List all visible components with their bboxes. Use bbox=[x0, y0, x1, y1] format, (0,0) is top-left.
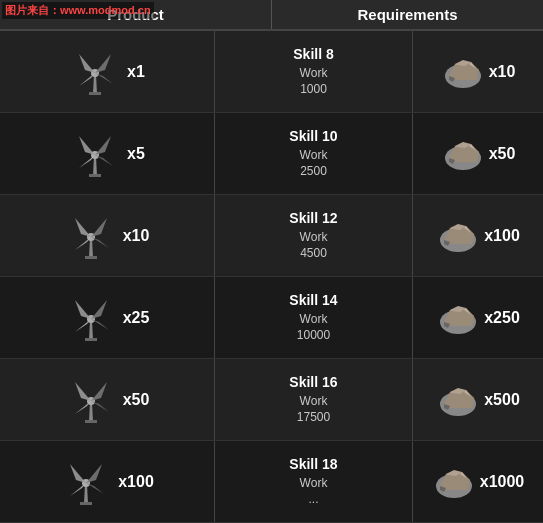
product-inner: x50 bbox=[65, 374, 150, 426]
product-cell[interactable]: x5 bbox=[0, 113, 215, 194]
product-quantity: x5 bbox=[127, 145, 145, 163]
requirements-cell: Skill 12 Work4500 x100 bbox=[215, 195, 543, 276]
svg-rect-54 bbox=[85, 420, 97, 423]
svg-marker-40 bbox=[75, 319, 91, 332]
svg-rect-30 bbox=[85, 256, 97, 259]
product-quantity: x25 bbox=[123, 309, 150, 327]
material-cell[interactable]: x500 bbox=[413, 359, 543, 440]
material-quantity: x500 bbox=[484, 391, 520, 409]
windmill-icon bbox=[65, 374, 117, 426]
skill-label: Skill 18 bbox=[289, 456, 337, 472]
product-inner: x1 bbox=[69, 46, 145, 98]
skill-work-cell: Skill 10 Work2500 bbox=[215, 113, 413, 194]
skill-work-cell: Skill 16 Work17500 bbox=[215, 359, 413, 440]
work-label: Work2500 bbox=[300, 148, 328, 179]
rock-icon bbox=[436, 218, 480, 254]
windmill-icon bbox=[60, 456, 112, 508]
product-cell[interactable]: x50 bbox=[0, 359, 215, 440]
rock-icon bbox=[436, 382, 480, 418]
work-label: Work... bbox=[300, 476, 328, 507]
svg-marker-53 bbox=[91, 401, 109, 412]
skill-work-cell: Skill 12 Work4500 bbox=[215, 195, 413, 276]
material-quantity: x50 bbox=[489, 145, 516, 163]
svg-marker-17 bbox=[95, 155, 113, 166]
requirements-cell: Skill 14 Work10000 x250 bbox=[215, 277, 543, 358]
requirements-cell: Skill 10 Work2500 x50 bbox=[215, 113, 543, 194]
svg-rect-6 bbox=[89, 92, 101, 95]
watermark: 图片来自：www.modmod.cn bbox=[2, 2, 154, 19]
skill-label: Skill 16 bbox=[289, 374, 337, 390]
windmill-icon bbox=[69, 128, 121, 180]
product-cell[interactable]: x25 bbox=[0, 277, 215, 358]
table-row: x5 Skill 10 Work2500 x50 bbox=[0, 113, 543, 195]
windmill-icon bbox=[69, 46, 121, 98]
svg-rect-42 bbox=[85, 338, 97, 341]
svg-marker-2 bbox=[79, 54, 95, 73]
product-quantity: x50 bbox=[123, 391, 150, 409]
skill-label: Skill 14 bbox=[289, 292, 337, 308]
requirements-cell: Skill 18 Work... x1000 bbox=[215, 441, 543, 522]
material-cell[interactable]: x1000 bbox=[413, 441, 543, 522]
work-label: Work10000 bbox=[297, 312, 330, 343]
skill-work-cell: Skill 18 Work... bbox=[215, 441, 413, 522]
skill-label: Skill 8 bbox=[293, 46, 333, 62]
skill-work-cell: Skill 14 Work10000 bbox=[215, 277, 413, 358]
product-inner: x25 bbox=[65, 292, 150, 344]
requirements-cell: Skill 8 Work1000 x10 bbox=[215, 31, 543, 112]
work-label: Work17500 bbox=[297, 394, 330, 425]
svg-marker-65 bbox=[86, 483, 104, 494]
product-inner: x5 bbox=[69, 128, 145, 180]
product-quantity: x1 bbox=[127, 63, 145, 81]
rock-icon bbox=[436, 300, 480, 336]
product-inner: x10 bbox=[65, 210, 150, 262]
material-quantity: x1000 bbox=[480, 473, 525, 491]
work-label: Work1000 bbox=[300, 66, 328, 97]
product-quantity: x10 bbox=[123, 227, 150, 245]
svg-rect-18 bbox=[89, 174, 101, 177]
material-cell[interactable]: x250 bbox=[413, 277, 543, 358]
work-label: Work4500 bbox=[300, 230, 328, 261]
windmill-icon bbox=[65, 210, 117, 262]
svg-marker-64 bbox=[70, 483, 86, 496]
skill-work-cell: Skill 8 Work1000 bbox=[215, 31, 413, 112]
svg-marker-41 bbox=[91, 319, 109, 330]
requirements-cell: Skill 16 Work17500 x500 bbox=[215, 359, 543, 440]
table-row: x100 Skill 18 Work... x1000 bbox=[0, 441, 543, 523]
material-cell[interactable]: x50 bbox=[413, 113, 543, 194]
crafting-table: Product Requirements x1 Skill 8 Work1000 bbox=[0, 0, 543, 523]
product-inner: x100 bbox=[60, 456, 154, 508]
table-row: x1 Skill 8 Work1000 x10 bbox=[0, 31, 543, 113]
product-cell[interactable]: x100 bbox=[0, 441, 215, 522]
rock-icon bbox=[432, 464, 476, 500]
svg-marker-29 bbox=[91, 237, 109, 248]
requirements-header: Requirements bbox=[272, 0, 543, 29]
table-row: x10 Skill 12 Work4500 x100 bbox=[0, 195, 543, 277]
table-row: x50 Skill 16 Work17500 x500 bbox=[0, 359, 543, 441]
material-quantity: x100 bbox=[484, 227, 520, 245]
svg-rect-66 bbox=[80, 502, 92, 505]
rock-icon bbox=[441, 54, 485, 90]
svg-marker-52 bbox=[75, 401, 91, 414]
material-quantity: x250 bbox=[484, 309, 520, 327]
table-row: x25 Skill 14 Work10000 x250 bbox=[0, 277, 543, 359]
material-quantity: x10 bbox=[489, 63, 516, 81]
windmill-icon bbox=[65, 292, 117, 344]
product-cell[interactable]: x1 bbox=[0, 31, 215, 112]
svg-marker-3 bbox=[95, 54, 111, 73]
rock-icon bbox=[441, 136, 485, 172]
material-cell[interactable]: x10 bbox=[413, 31, 543, 112]
material-cell[interactable]: x100 bbox=[413, 195, 543, 276]
product-cell[interactable]: x10 bbox=[0, 195, 215, 276]
product-quantity: x100 bbox=[118, 473, 154, 491]
skill-label: Skill 10 bbox=[289, 128, 337, 144]
table-body: x1 Skill 8 Work1000 x10 bbox=[0, 31, 543, 523]
skill-label: Skill 12 bbox=[289, 210, 337, 226]
